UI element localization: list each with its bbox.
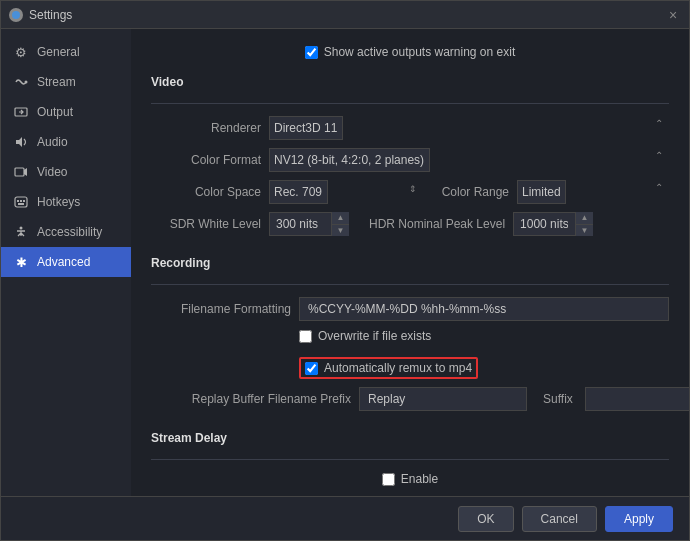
sdr-label: SDR White Level [151,217,261,231]
sidebar-label-general: General [37,45,80,59]
svg-point-0 [12,11,20,19]
color-range-label: Color Range [429,185,509,199]
sidebar-label-output: Output [37,105,73,119]
show-warning-checkbox[interactable] [305,46,318,59]
replay-suffix-label: Suffix [543,392,573,406]
stream-delay-enable-label[interactable]: Enable [401,472,438,486]
sdr-spinner-buttons: ▲ ▼ [331,212,349,236]
show-warning-label[interactable]: Show active outputs warning on exit [324,45,515,59]
color-format-select[interactable]: NV12 (8-bit, 4:2:0, 2 planes) [269,148,430,172]
sdr-spinner-wrapper: ▲ ▼ [269,212,349,236]
color-range-select-wrapper: Limited [517,180,669,204]
sidebar-item-audio[interactable]: Audio [1,127,131,157]
color-format-select-wrapper: NV12 (8-bit, 4:2:0, 2 planes) [269,148,669,172]
stream-delay-enable-row: Enable [151,472,669,492]
output-icon [13,104,29,120]
filename-input[interactable] [299,297,669,321]
close-button[interactable]: × [665,7,681,23]
sidebar-item-accessibility[interactable]: Accessibility [1,217,131,247]
svg-point-11 [20,227,23,230]
sidebar-item-advanced[interactable]: ✱ Advanced [1,247,131,277]
sidebar-label-video: Video [37,165,67,179]
sdr-down-button[interactable]: ▼ [332,225,349,237]
recording-section-title: Recording [151,256,669,274]
color-format-label: Color Format [151,153,261,167]
stream-delay-title: Stream Delay [151,431,669,449]
sidebar-item-hotkeys[interactable]: Hotkeys [1,187,131,217]
sidebar-item-general[interactable]: ⚙ General [1,37,131,67]
hdr-spinner-buttons: ▲ ▼ [575,212,593,236]
footer: OK Cancel Apply [1,496,689,540]
hotkeys-icon [13,194,29,210]
svg-marker-3 [16,137,22,147]
recording-divider [151,284,669,285]
remux-checkbox[interactable] [305,362,318,375]
apply-button[interactable]: Apply [605,506,673,532]
advanced-icon: ✱ [13,254,29,270]
color-space-select-wrapper: Rec. 709 [269,180,421,204]
hdr-label: HDR Nominal Peak Level [369,217,505,231]
video-section: Video Renderer Direct3D 11 Color Format [151,75,669,236]
sidebar-label-audio: Audio [37,135,68,149]
remux-highlighted-container: Automatically remux to mp4 [299,357,478,379]
cancel-button[interactable]: Cancel [522,506,597,532]
sidebar-item-stream[interactable]: Stream [1,67,131,97]
color-space-label: Color Space [151,185,261,199]
stream-delay-section: Stream Delay Enable Duration ▲ [151,431,669,496]
remux-row: Automatically remux to mp4 [151,357,669,379]
replay-suffix-input[interactable] [585,387,689,411]
sidebar-label-hotkeys: Hotkeys [37,195,80,209]
stream-delay-enable-checkbox[interactable] [382,473,395,486]
video-icon [13,164,29,180]
renderer-select[interactable]: Direct3D 11 [269,116,343,140]
video-divider [151,103,669,104]
hdr-up-button[interactable]: ▲ [576,212,593,225]
svg-rect-7 [17,200,19,202]
color-space-select[interactable]: Rec. 709 [269,180,328,204]
stream-icon [13,74,29,90]
filename-row: Filename Formatting [151,297,669,321]
svg-rect-4 [15,168,24,176]
audio-icon [13,134,29,150]
remux-label[interactable]: Automatically remux to mp4 [324,361,472,375]
renderer-row: Renderer Direct3D 11 [151,116,669,140]
hdr-spinner-wrapper: ▲ ▼ [513,212,593,236]
overwrite-checkbox-row: Overwrite if file exists [299,329,431,343]
titlebar-left: Settings [9,8,72,22]
app-icon [9,8,23,22]
filename-label: Filename Formatting [151,302,291,316]
renderer-select-wrapper: Direct3D 11 [269,116,669,140]
color-format-row: Color Format NV12 (8-bit, 4:2:0, 2 plane… [151,148,669,172]
sdr-up-button[interactable]: ▲ [332,212,349,225]
sidebar-item-video[interactable]: Video [1,157,131,187]
general-icon: ⚙ [13,44,29,60]
sidebar-label-stream: Stream [37,75,76,89]
replay-prefix-label: Replay Buffer Filename Prefix [151,392,351,406]
svg-rect-8 [20,200,22,202]
main-content: Show active outputs warning on exit Vide… [131,29,689,496]
sidebar: ⚙ General Stream Output Audio [1,29,131,496]
replay-row: Replay Buffer Filename Prefix Suffix [151,387,669,411]
overwrite-label[interactable]: Overwrite if file exists [318,329,431,343]
ok-button[interactable]: OK [458,506,513,532]
accessibility-icon [13,224,29,240]
svg-rect-9 [23,200,25,202]
stream-delay-enable-checkbox-row: Enable [382,472,438,486]
sdr-hdr-row: SDR White Level ▲ ▼ HDR Nominal Peak Lev… [151,212,669,236]
sidebar-item-output[interactable]: Output [1,97,131,127]
color-range-select[interactable]: Limited [517,180,566,204]
video-section-title: Video [151,75,669,93]
hdr-down-button[interactable]: ▼ [576,225,593,237]
renderer-label: Renderer [151,121,261,135]
overwrite-checkbox[interactable] [299,330,312,343]
svg-rect-10 [18,203,24,205]
stream-delay-divider [151,459,669,460]
recording-section: Recording Filename Formatting Overwrite … [151,256,669,411]
sidebar-label-accessibility: Accessibility [37,225,102,239]
replay-prefix-input[interactable] [359,387,527,411]
content-area: ⚙ General Stream Output Audio [1,29,689,496]
color-space-range-row: Color Space Rec. 709 Color Range Limited [151,180,669,204]
overwrite-row: Overwrite if file exists [151,329,669,349]
svg-point-1 [25,81,28,84]
window-title: Settings [29,8,72,22]
